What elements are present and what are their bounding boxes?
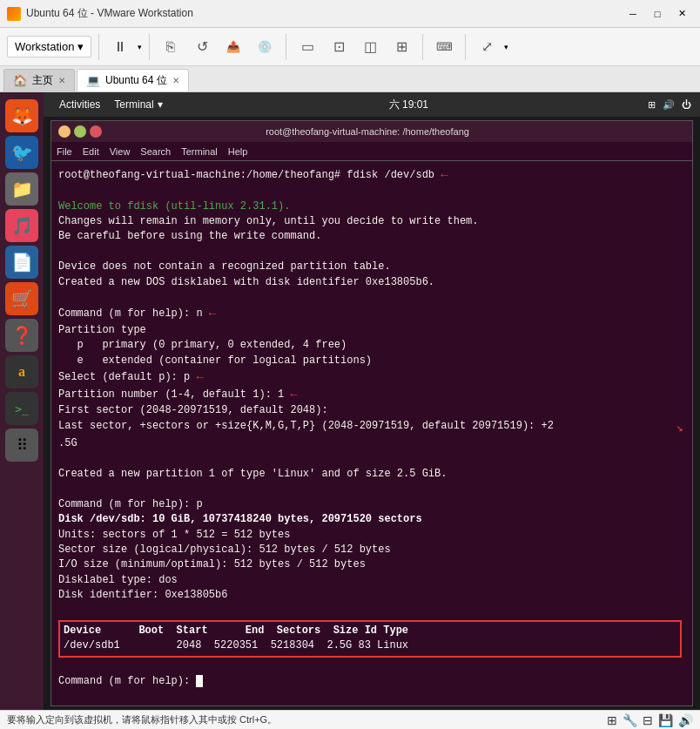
toolbar-separator-3 — [286, 34, 286, 60]
menu-view[interactable]: View — [110, 146, 131, 157]
line-welcome: Welcome to fdisk (util-linux 2.31.1). — [58, 199, 685, 214]
close-button[interactable]: ✕ — [670, 5, 693, 23]
maximize-button[interactable]: □ — [646, 5, 669, 23]
network-icon: ⊞ — [648, 99, 656, 111]
gnome-datetime: 六 19:01 — [170, 98, 648, 112]
home-icon: 🏠 — [13, 74, 27, 87]
status-icon-5: 🔊 — [678, 713, 693, 727]
toolbar: Workstation ▾ ⏸ ▾ ⎘ ↺ 📤 💿 ▭ ⊡ ◫ ⊞ ⌨ ⤢ ▾ — [0, 28, 700, 66]
tab-bar: 🏠 主页 ✕ 💻 Ubuntu 64 位 ✕ — [0, 66, 700, 92]
status-icon-3: ⊟ — [643, 713, 653, 727]
sidebar-music[interactable]: 🎵 — [5, 209, 38, 242]
status-icons: ⊞ 🔧 ⊟ 💾 🔊 — [607, 713, 693, 727]
menu-help[interactable]: Help — [228, 146, 248, 157]
view3-button[interactable]: ◫ — [356, 33, 384, 61]
line-part-type: Partition type — [58, 323, 685, 338]
line-blank-6 — [58, 603, 685, 618]
menu-edit[interactable]: Edit — [83, 146, 99, 157]
line-blank-7 — [58, 659, 685, 674]
terminal-window-controls — [58, 125, 102, 138]
toolbar-separator — [98, 34, 99, 60]
line-careful: Be careful before using the write comman… — [58, 229, 685, 244]
tab-home-close[interactable]: ✕ — [58, 76, 65, 85]
terminal-output[interactable]: root@theofang-virtual-machine:/home/theo… — [51, 161, 692, 705]
line-extended: e extended (container for logical partit… — [58, 354, 685, 368]
line-sector-size: Sector size (logical/physical): 512 byte… — [58, 543, 685, 557]
vm-main-area: 🦊 🐦 📁 🎵 📄 🛒 ❓ a >_ ⠿ Activities Terminal… — [0, 92, 700, 710]
sidebar-store[interactable]: 🛒 — [5, 282, 38, 315]
vm-display[interactable]: Activities Terminal ▾ 六 19:01 ⊞ 🔊 ⏻ — [44, 92, 700, 710]
revert-button[interactable]: ↺ — [188, 33, 216, 61]
line-created-part: Created a new partition 1 of type 'Linux… — [58, 467, 685, 482]
tab-home[interactable]: 🏠 主页 ✕ — [3, 69, 75, 91]
sidebar-amazon[interactable]: a — [5, 355, 38, 388]
minimize-button[interactable]: ─ — [622, 5, 644, 23]
window-controls: ─ □ ✕ — [622, 5, 693, 23]
terminal-menu-button[interactable]: Terminal ▾ — [107, 98, 169, 111]
sidebar-docs[interactable]: 📄 — [5, 246, 38, 279]
line-cmd-p: Command (m for help): p — [58, 497, 685, 512]
terminal-close[interactable] — [90, 125, 102, 138]
pause-button[interactable]: ⏸ — [106, 33, 134, 61]
cursor — [196, 675, 203, 687]
workstation-button[interactable]: Workstation ▾ — [7, 36, 91, 57]
terminal-menu-label: Terminal — [114, 98, 153, 111]
line-blank-3 — [58, 290, 685, 305]
tab-ubuntu-close[interactable]: ✕ — [172, 76, 179, 85]
terminal-window[interactable]: root@theofang-virtual-machine: /home/the… — [50, 120, 693, 706]
status-icon-1: ⊞ — [607, 713, 617, 727]
line-diskid: Disk identifier: 0xe13805b6 — [58, 588, 685, 603]
line-io-size: I/O size (minimum/optimal): 512 bytes / … — [58, 557, 685, 572]
console-button[interactable]: ⌨ — [430, 33, 458, 61]
sidebar-firefox[interactable]: 🦊 — [5, 99, 38, 132]
sidebar-apps[interactable]: ⠿ — [5, 429, 38, 462]
power-icon: ⏻ — [682, 99, 691, 110]
view1-button[interactable]: ▭ — [293, 33, 321, 61]
line-disklabel: Disklabel type: dos — [58, 573, 685, 588]
terminal-titlebar: root@theofang-virtual-machine: /home/the… — [51, 121, 692, 142]
snapshot-button[interactable]: ⎘ — [157, 33, 185, 61]
line-primary: p primary (0 primary, 0 extended, 4 free… — [58, 338, 685, 353]
line-units: Units: sectors of 1 * 512 = 512 bytes — [58, 528, 685, 543]
gnome-status-icons: ⊞ 🔊 ⏻ — [648, 99, 691, 111]
sidebar-thunderbird[interactable]: 🐦 — [5, 136, 38, 169]
media-button[interactable]: 💿 — [251, 33, 279, 61]
activities-button[interactable]: Activities — [52, 98, 107, 111]
fullscreen-button[interactable]: ⤢ — [473, 33, 501, 61]
line-device: Device does not contain a recognized par… — [58, 260, 685, 274]
sidebar-help[interactable]: ❓ — [5, 319, 38, 352]
view4-button[interactable]: ⊞ — [387, 33, 415, 61]
line-changes: Changes will remain in memory only, unti… — [58, 214, 685, 229]
menu-file[interactable]: File — [57, 146, 72, 157]
partition-table: Device Boot Start End Sectors Size Id Ty… — [58, 620, 682, 658]
toolbar-separator-5 — [465, 34, 466, 60]
tab-ubuntu-label: Ubuntu 64 位 — [105, 73, 167, 88]
line-select: Select (default p): p ← — [58, 368, 685, 386]
terminal-title: root@theofang-virtual-machine: /home/the… — [266, 126, 469, 137]
line-blank-4 — [58, 452, 685, 467]
menu-search[interactable]: Search — [140, 146, 171, 157]
view2-button[interactable]: ⊡ — [325, 33, 353, 61]
status-icon-4: 💾 — [658, 713, 673, 727]
status-icon-2: 🔧 — [623, 713, 637, 727]
tab-ubuntu[interactable]: 💻 Ubuntu 64 位 ✕ — [77, 69, 189, 91]
terminal-menu-arrow: ▾ — [158, 98, 163, 111]
line-last-sector: Last sector, +sectors or +size{K,M,G,T,P… — [58, 419, 685, 436]
dropdown-arrow-icon: ▾ — [77, 40, 84, 53]
status-bar: 要将输入定向到该虚拟机，请将鼠标指针移入其中或按 Ctrl+G。 ⊞ 🔧 ⊟ 💾… — [0, 710, 700, 729]
sidebar-terminal[interactable]: >_ — [5, 392, 38, 425]
line-blank-1 — [58, 184, 685, 199]
line-blank-5 — [58, 482, 685, 496]
status-text: 要将输入定向到该虚拟机，请将鼠标指针移入其中或按 Ctrl+G。 — [7, 713, 277, 726]
window-title: Ubuntu 64 位 - VMware Workstation — [26, 6, 622, 21]
toolbar-separator-2 — [149, 34, 150, 60]
send-button[interactable]: 📤 — [219, 33, 247, 61]
fullscreen-dropdown-icon[interactable]: ▾ — [504, 43, 508, 51]
terminal-minimize[interactable] — [58, 125, 71, 138]
terminal-maximize[interactable] — [74, 125, 86, 138]
workstation-label: Workstation — [15, 40, 74, 53]
menu-terminal[interactable]: Terminal — [181, 146, 218, 157]
sidebar-files[interactable]: 📁 — [5, 172, 38, 206]
pause-dropdown-icon[interactable]: ▾ — [138, 43, 142, 51]
terminal-menubar: File Edit View Search Terminal Help — [51, 142, 692, 161]
